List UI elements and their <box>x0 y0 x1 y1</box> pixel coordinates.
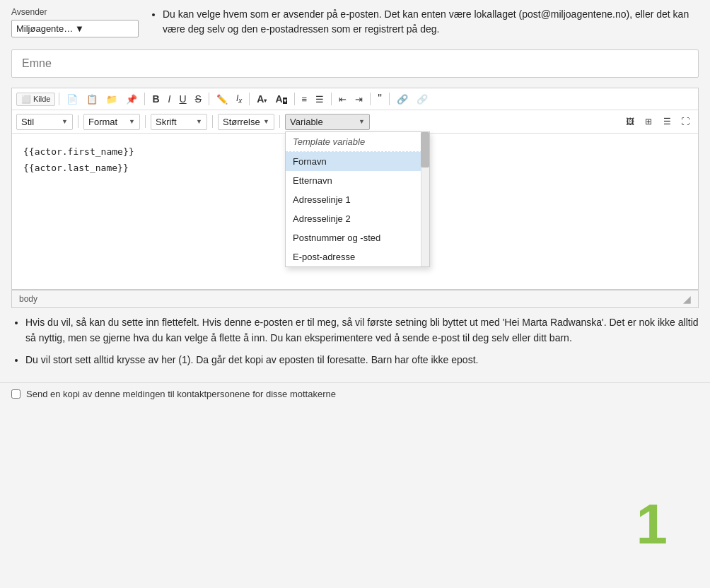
copy-icon-btn[interactable]: 📋 <box>83 93 101 106</box>
bottom-bullet-1: Hvis du vil, så kan du sette inn flettef… <box>25 315 699 346</box>
ordered-list-icon: ≡ <box>302 94 308 105</box>
scrollbar[interactable] <box>421 132 429 266</box>
dropdown-item-adresselinje2[interactable]: Adresselinje 2 <box>286 209 429 228</box>
info-text-section: Du kan velge hvem som er avsender på e-p… <box>150 7 699 40</box>
sep3 <box>209 93 209 105</box>
blockquote-button[interactable]: " <box>374 91 385 107</box>
align-button[interactable]: ☰ <box>658 113 675 130</box>
italic-button[interactable]: I <box>165 92 175 106</box>
clipboard-icon-btn[interactable]: 📁 <box>103 93 121 106</box>
copy-checkbox[interactable] <box>11 389 21 399</box>
sender-label: Avsender <box>11 7 139 17</box>
align-icon: ☰ <box>663 117 671 127</box>
bottom-info: Hvis du vil, så kan du sette inn flettef… <box>0 308 710 382</box>
variable-dropdown-menu: Template variable Fornavn Etternavn Adre… <box>285 131 430 267</box>
image-icon: 🖼 <box>626 117 634 127</box>
table-icon: ⊞ <box>645 117 652 127</box>
variable-arrow: ▼ <box>359 118 365 125</box>
unlink-icon: 🔗 <box>417 94 428 105</box>
dropdown-item-epost[interactable]: E-post-adresse <box>286 247 429 266</box>
link-button[interactable]: 🔗 <box>393 93 412 106</box>
variable-dropdown-container: Variable ▼ Template variable Fornavn Ett… <box>285 114 370 130</box>
style-arrow: ▼ <box>62 118 68 125</box>
eraser-icon: ✏️ <box>216 94 228 105</box>
sep6 <box>331 93 332 105</box>
copy-icon: 📋 <box>86 94 98 105</box>
unlink-button[interactable]: 🔗 <box>413 93 431 106</box>
font-label: Skrift <box>156 117 177 127</box>
format-clear-button[interactable]: Ix <box>233 92 245 106</box>
big-number: 1 <box>636 496 668 553</box>
bg-color-button[interactable]: A▾ <box>272 92 290 106</box>
underline-button[interactable]: U <box>175 92 190 106</box>
paste-icon-btn[interactable]: 📌 <box>122 93 141 106</box>
dropdown-header: Template variable <box>286 132 429 152</box>
sep2 <box>144 93 145 105</box>
unordered-list-icon: ☰ <box>315 94 324 105</box>
variable-label: Variable <box>290 117 323 127</box>
bottom-checkbox-row: Send en kopi av denne meldingen til kont… <box>0 382 710 405</box>
size-dropdown[interactable]: Størrelse ▼ <box>218 114 274 130</box>
table-button[interactable]: ⊞ <box>640 113 657 130</box>
paste-icon: 📌 <box>126 94 137 105</box>
sender-value: Miljøagentene i Arendal <post@miljoa <box>16 23 75 34</box>
sep-r2-3 <box>212 115 213 128</box>
fullscreen-button[interactable]: ⛶ <box>677 113 694 130</box>
format-label: Format <box>88 117 117 127</box>
font-dropdown[interactable]: Skrift ▼ <box>151 114 207 130</box>
font-color-button[interactable]: A▾ <box>253 92 270 106</box>
variable-dropdown[interactable]: Variable ▼ <box>285 114 370 130</box>
image-button[interactable]: 🖼 <box>622 113 639 130</box>
sep7 <box>370 93 371 105</box>
dropdown-item-fornavn[interactable]: Fornavn <box>286 152 429 171</box>
source-button[interactable]: ⬜ Kilde <box>16 93 55 106</box>
size-arrow: ▼ <box>263 118 269 125</box>
toolbar-row2: Stil ▼ Format ▼ Skrift ▼ Størrelse ▼ <box>12 110 698 134</box>
footer-tag: body <box>19 294 37 304</box>
dropdown-item-adresselinje1[interactable]: Adresselinje 1 <box>286 190 429 209</box>
format-clear-icon: Ix <box>236 93 242 105</box>
doc-icon: 📄 <box>66 94 78 105</box>
ordered-list-button[interactable]: ≡ <box>298 93 311 106</box>
sep8 <box>389 93 390 105</box>
bold-button[interactable]: B <box>149 92 163 106</box>
font-color-icon: A▾ <box>257 93 267 105</box>
bottom-bullet-2: Du vil stort sett alltid krysse av her (… <box>25 353 699 368</box>
sep5 <box>294 93 295 105</box>
editor-wrapper: ⬜ Kilde 📄 📋 📁 📌 B I U S ✏️ <box>11 88 699 290</box>
outdent-button[interactable]: ⇤ <box>335 93 350 106</box>
sender-dropdown[interactable]: Miljøagentene i Arendal <post@miljoa ▼ <box>11 20 139 37</box>
style-label: Stil <box>21 117 34 127</box>
eraser-button[interactable]: ✏️ <box>213 93 231 106</box>
format-arrow: ▼ <box>129 118 135 125</box>
subject-row <box>0 47 710 81</box>
link-icon: 🔗 <box>397 94 408 105</box>
strikethrough-button[interactable]: S <box>192 92 205 106</box>
source-icon: ⬜ <box>21 95 31 104</box>
unordered-list-button[interactable]: ☰ <box>312 93 327 106</box>
sep-r2-1 <box>78 115 78 128</box>
subject-input[interactable] <box>11 49 699 78</box>
fullscreen-icon: ⛶ <box>681 117 689 127</box>
resize-handle[interactable]: ◢ <box>683 293 691 305</box>
dropdown-item-etternavn[interactable]: Etternavn <box>286 171 429 190</box>
dropdown-item-postnummer[interactable]: Postnummer og -sted <box>286 228 429 247</box>
sep1 <box>59 93 59 105</box>
style-dropdown[interactable]: Stil ▼ <box>16 114 73 130</box>
scrollbar-thumb <box>421 132 429 167</box>
format-dropdown[interactable]: Format ▼ <box>83 114 140 130</box>
copy-checkbox-label: Send en kopi av denne meldingen til kont… <box>26 389 336 399</box>
toolbar-row1: ⬜ Kilde 📄 📋 📁 📌 B I U S ✏️ <box>12 88 698 110</box>
clipboard-icon: 📁 <box>106 94 117 105</box>
sep-r2-4 <box>279 115 280 128</box>
outdent-icon: ⇤ <box>339 94 347 105</box>
editor-footer: body ◢ <box>11 290 699 308</box>
sep-r2-2 <box>145 115 146 128</box>
indent-button[interactable]: ⇥ <box>351 93 366 106</box>
toolbar-row2-icons: 🖼 ⊞ ☰ ⛶ <box>622 113 694 130</box>
font-arrow: ▼ <box>196 118 202 125</box>
info-bullet-1: Du kan velge hvem som er avsender på e-p… <box>163 7 699 37</box>
indent-icon: ⇥ <box>355 94 363 105</box>
sep4 <box>249 93 250 105</box>
doc-icon-btn[interactable]: 📄 <box>63 93 81 106</box>
